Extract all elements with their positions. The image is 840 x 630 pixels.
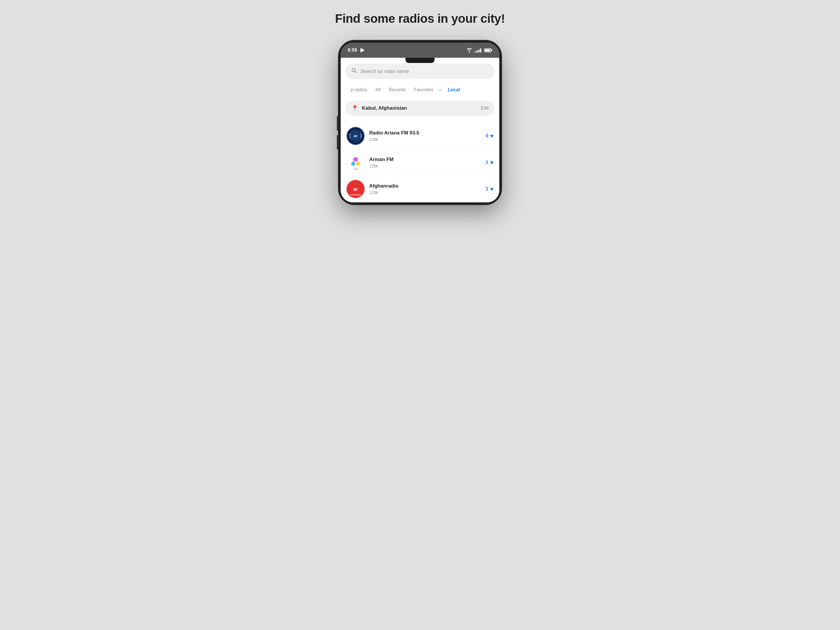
svg-text:آرمان: آرمان: [354, 168, 358, 170]
svg-text:(: (: [349, 132, 351, 138]
radio-logo-ariana: atr ( ): [346, 127, 365, 145]
fav-count-ariana: 0: [486, 133, 488, 139]
radio-info-arman: Arman FM 128k: [369, 156, 486, 168]
heart-icon-afghan: ♥: [490, 186, 494, 193]
signal-bars-icon: [475, 48, 481, 52]
heart-icon-arman: ♥: [490, 159, 494, 166]
svg-text:atr: atr: [354, 134, 357, 138]
radio-info-afghan: Afghanradio 128k: [369, 183, 486, 195]
radio-list: atr ( ) Radio Ariana FM 93.5 128k 0: [345, 123, 495, 202]
svg-text:ar: ar: [353, 187, 358, 192]
status-right: [466, 48, 491, 52]
radio-logo-arman: آرمان: [346, 153, 365, 172]
notch: [406, 58, 434, 63]
page-title: Find some radios in your city!: [335, 12, 505, 26]
search-bar[interactable]: Search by radio name: [345, 63, 495, 79]
tab-arrow-icon: →: [437, 87, 442, 93]
svg-text:): ): [360, 132, 362, 138]
radio-bitrate-ariana: 128k: [369, 137, 486, 142]
search-icon: [351, 68, 357, 75]
radio-name-ariana: Radio Ariana FM 93.5: [369, 130, 486, 136]
radio-fav-arman[interactable]: 1 ♥: [486, 159, 494, 166]
fav-count-arman: 1: [486, 160, 488, 165]
radio-fav-ariana[interactable]: 0 ♥: [486, 133, 494, 139]
phone-wrapper: 8:59: [338, 40, 502, 205]
status-bar: 8:59: [341, 43, 499, 58]
radio-item-ariana[interactable]: atr ( ) Radio Ariana FM 93.5 128k 0: [345, 123, 495, 149]
wifi-icon: [466, 48, 472, 52]
tab-all[interactable]: All: [371, 85, 385, 95]
location-pin-icon: 📍: [351, 105, 358, 112]
search-placeholder: Search by radio name: [360, 68, 409, 74]
tab-top-radios[interactable]: p radios: [346, 85, 371, 95]
battery-icon: [484, 48, 491, 52]
radio-name-afghan: Afghanradio: [369, 183, 486, 189]
volume-down-button: [337, 135, 338, 150]
app-content: Search by radio name p radios All Recent…: [341, 58, 499, 202]
phone-screen: 8:59: [341, 43, 499, 202]
svg-point-12: [354, 161, 357, 164]
radio-name-arman: Arman FM: [369, 156, 486, 163]
radio-fav-afghan[interactable]: 1 ♥: [486, 186, 494, 193]
tabs-row: p radios All Recents Favorites → Local: [345, 85, 495, 95]
location-left: 📍 Kabul, Afghanistan: [351, 105, 407, 112]
phone-frame: 8:59: [338, 40, 502, 205]
volume-up-button: [337, 116, 338, 131]
location-name: Kabul, Afghanistan: [362, 105, 407, 111]
radio-item-arman[interactable]: آرمان Arman FM 128k 1 ♥: [345, 149, 495, 176]
status-left: 8:59: [348, 47, 365, 53]
tab-local[interactable]: Local: [444, 85, 464, 95]
radio-info-ariana: Radio Ariana FM 93.5 128k: [369, 130, 486, 142]
location-bar[interactable]: 📍 Kabul, Afghanistan Edit: [345, 101, 495, 116]
svg-text:AFGHANRADIO: AFGHANRADIO: [350, 194, 361, 196]
radio-bitrate-afghan: 128k: [369, 190, 486, 195]
svg-line-1: [355, 71, 357, 73]
play-icon: [360, 48, 365, 52]
radio-item-afghan[interactable]: ar AFGHANRADIO Afghanradio 128k 1 ♥: [345, 176, 495, 202]
radio-logo-afghan: ar AFGHANRADIO: [346, 180, 365, 198]
heart-icon-ariana: ♥: [490, 133, 494, 139]
tab-favorites[interactable]: Favorites: [410, 85, 437, 95]
status-time: 8:59: [348, 47, 357, 53]
radio-bitrate-arman: 128k: [369, 164, 486, 168]
location-edit-button[interactable]: Edit: [481, 106, 489, 111]
fav-count-afghan: 1: [486, 186, 488, 192]
tab-recents[interactable]: Recents: [385, 85, 410, 95]
